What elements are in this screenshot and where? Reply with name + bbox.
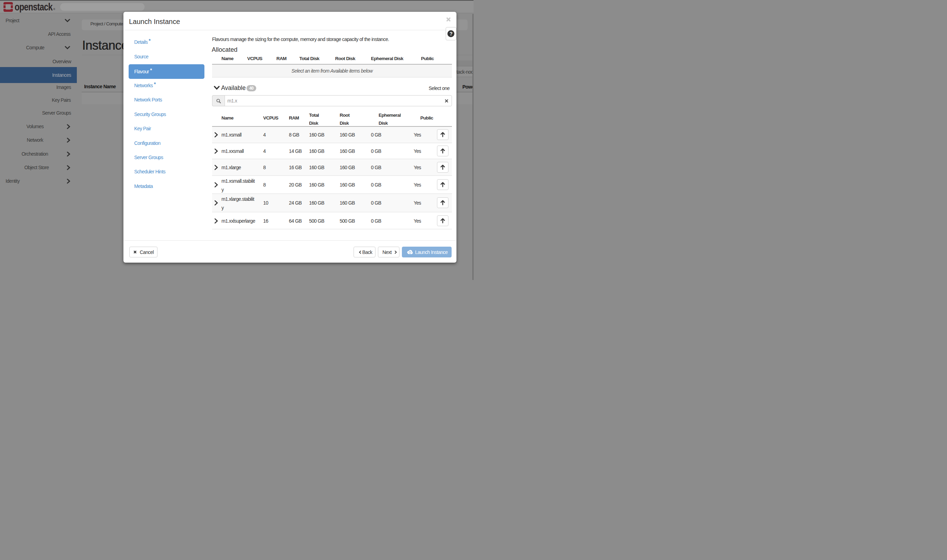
svg-text:?: ? bbox=[449, 31, 453, 37]
